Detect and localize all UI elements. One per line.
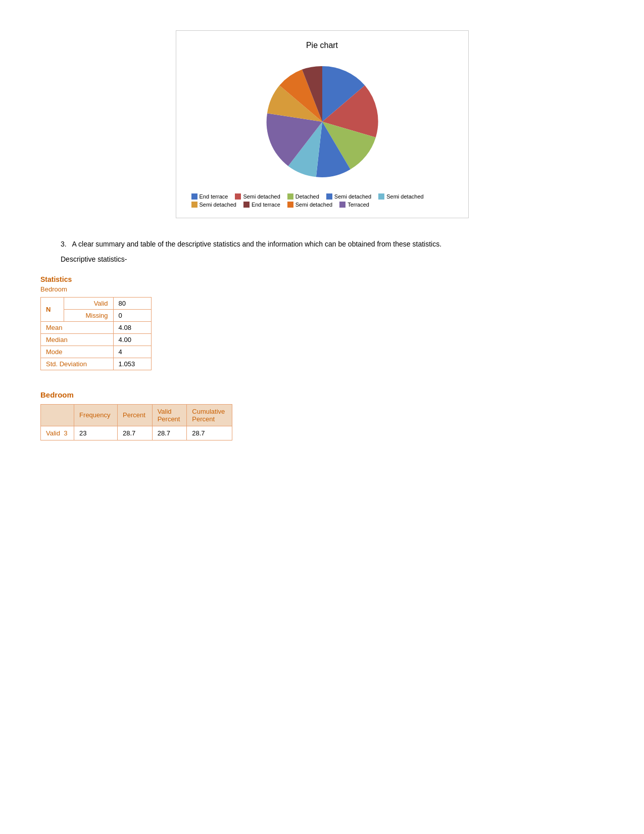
freq-row-valid-percent: 28.7 <box>152 426 187 440</box>
statistics-subheading: Bedroom <box>40 285 604 293</box>
stats-missing-label: Missing <box>64 309 113 321</box>
legend-color-end-terrace-2 <box>243 202 250 208</box>
legend-item-semi-detached-3: Semi detached <box>378 193 423 200</box>
legend-item-semi-detached-5: Semi detached <box>287 202 332 208</box>
legend-item-end-terrace-2: End terrace <box>243 202 280 208</box>
stats-missing-value: 0 <box>113 309 151 321</box>
stats-valid-label: Valid <box>64 297 113 309</box>
legend-color-detached <box>287 193 293 200</box>
legend-color-semi-1 <box>235 193 241 200</box>
stats-mode-label: Mode <box>41 346 114 358</box>
stats-mode-value: 4 <box>113 346 151 358</box>
section-3-text: A clear summary and table of the descrip… <box>72 240 441 248</box>
legend-color-semi-3 <box>378 193 384 200</box>
freq-col-empty <box>41 404 74 426</box>
stats-std-value: 1.053 <box>113 358 151 370</box>
section-3-subtext: Descriptive statistics- <box>61 254 604 265</box>
section-3-main: 3. A clear summary and table of the desc… <box>61 238 604 250</box>
statistics-section: Statistics Bedroom N Valid 80 Missing 0 … <box>40 275 604 370</box>
legend-item-semi-detached-4: Semi detached <box>191 202 236 208</box>
stats-row-mode: Mode 4 <box>41 346 152 358</box>
section-number: 3. <box>61 240 67 248</box>
legend-label-semi-5: Semi detached <box>295 202 332 208</box>
statistics-heading: Statistics <box>40 275 604 283</box>
stats-std-label: Std. Deviation <box>41 358 114 370</box>
freq-table-header-row: Frequency Percent Valid Percent Cumulati… <box>41 404 232 426</box>
legend-item-semi-detached-1: Semi detached <box>235 193 280 200</box>
legend-label-semi-1: Semi detached <box>243 193 280 200</box>
stats-n-label: N <box>41 297 64 321</box>
bedroom-heading: Bedroom <box>40 390 604 399</box>
freq-col-cumulative: Cumulative Percent <box>187 404 232 426</box>
freq-row-cumulative: 28.7 <box>187 426 232 440</box>
stats-median-value: 4.00 <box>113 333 151 346</box>
bedroom-freq-table: Frequency Percent Valid Percent Cumulati… <box>40 404 232 440</box>
legend-label-semi-4: Semi detached <box>200 202 236 208</box>
chart-legend: End terrace Semi detached Detached Semi … <box>186 193 458 208</box>
pie-chart-container: Pie chart End terrace <box>176 30 469 218</box>
legend-item-end-terrace: End terrace <box>191 193 228 200</box>
stats-median-label: Median <box>41 333 114 346</box>
legend-label-semi-2: Semi detached <box>334 193 371 200</box>
legend-label-terraced: Terraced <box>348 202 369 208</box>
legend-item-semi-detached-2: Semi detached <box>326 193 371 200</box>
legend-color-terraced <box>339 202 345 208</box>
legend-color-semi-5 <box>287 202 293 208</box>
legend-label-detached: Detached <box>295 193 319 200</box>
freq-col-percent: Percent <box>118 404 153 426</box>
pie-chart-svg <box>257 56 388 187</box>
legend-label-end-terrace: End terrace <box>200 193 228 200</box>
chart-title: Pie chart <box>186 41 458 50</box>
stats-row-mean: Mean 4.08 <box>41 321 152 333</box>
stats-mean-value: 4.08 <box>113 321 151 333</box>
freq-table-row: Valid 3 23 28.7 28.7 28.7 <box>41 426 232 440</box>
section-3: 3. A clear summary and table of the desc… <box>61 238 604 265</box>
freq-row-percent: 28.7 <box>118 426 153 440</box>
freq-col-valid-percent: Valid Percent <box>152 404 187 426</box>
stats-row-valid: N Valid 80 <box>41 297 152 309</box>
freq-row-label: Valid 3 <box>41 426 74 440</box>
stats-row-median: Median 4.00 <box>41 333 152 346</box>
stats-row-std: Std. Deviation 1.053 <box>41 358 152 370</box>
legend-label-semi-3: Semi detached <box>386 193 423 200</box>
legend-color-end-terrace <box>191 193 197 200</box>
stats-valid-value: 80 <box>113 297 151 309</box>
legend-color-semi-4 <box>191 202 197 208</box>
statistics-table: N Valid 80 Missing 0 Mean 4.08 Median 4.… <box>40 297 152 370</box>
pie-wrapper <box>186 56 458 187</box>
freq-row-frequency: 23 <box>74 426 118 440</box>
stats-mean-label: Mean <box>41 321 114 333</box>
legend-item-detached: Detached <box>287 193 319 200</box>
bedroom-section: Bedroom Frequency Percent Valid Percent … <box>40 390 604 440</box>
legend-color-semi-2 <box>326 193 332 200</box>
legend-item-terraced: Terraced <box>339 202 369 208</box>
freq-col-frequency: Frequency <box>74 404 118 426</box>
legend-label-end-terrace-2: End terrace <box>252 202 280 208</box>
